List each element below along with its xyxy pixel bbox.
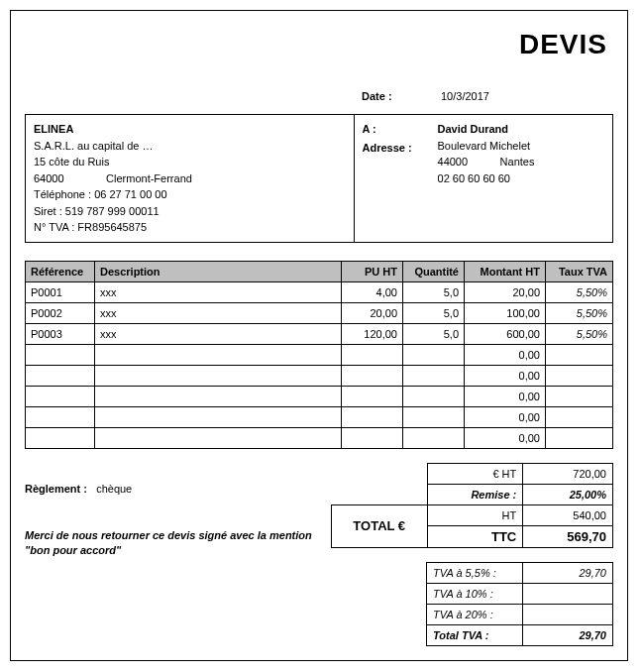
cell-desc xyxy=(95,344,342,365)
items-table: Référence Description PU HT Quantité Mon… xyxy=(25,261,613,449)
tva-detail-table: TVA à 5,5% : 29,70 TVA à 10% : TVA à 20%… xyxy=(426,562,613,646)
company-siret-row: Siret : 519 787 999 00011 xyxy=(34,203,346,220)
below-section: Règlement : chèque Merci de nous retourn… xyxy=(25,463,613,646)
cell-desc xyxy=(95,406,342,427)
client-to-label: A : xyxy=(363,121,438,138)
cell-ref: P0002 xyxy=(26,302,95,323)
cell-pu: 120,00 xyxy=(342,323,403,344)
company-zip: 64000 xyxy=(34,170,103,187)
parties-box: ELINEA S.A.R.L. au capital de … 15 côte … xyxy=(25,114,613,243)
company-block: ELINEA S.A.R.L. au capital de … 15 côte … xyxy=(26,115,355,242)
total-ht2-value: 540,00 xyxy=(523,504,613,525)
date-value: 10/3/2017 xyxy=(441,90,489,102)
tva55-label: TVA à 5,5% : xyxy=(426,562,522,583)
cell-mht: 0,00 xyxy=(465,365,546,386)
company-vat-label: N° TVA : xyxy=(34,221,74,233)
tva20-value xyxy=(522,604,612,624)
total-ttc-label: TTC xyxy=(427,525,523,547)
total-ttc-value: 569,70 xyxy=(523,525,613,547)
cell-desc xyxy=(95,427,342,448)
cell-pu xyxy=(342,427,403,448)
cell-desc: xxx xyxy=(95,302,342,323)
cell-qte: 5,0 xyxy=(403,281,465,302)
payment-value: chèque xyxy=(96,483,132,495)
table-row: 0,00 xyxy=(26,406,613,427)
tva-total-value: 29,70 xyxy=(522,624,612,645)
payment-row: Règlement : chèque xyxy=(25,483,331,495)
company-siret-label: Siret : xyxy=(34,205,62,217)
company-city: Clermont-Ferrand xyxy=(106,172,192,184)
table-row: 0,00 xyxy=(26,365,613,386)
cell-desc: xxx xyxy=(95,281,342,302)
total-ht-label: € HT xyxy=(427,463,523,484)
cell-tva xyxy=(546,365,613,386)
cell-desc: xxx xyxy=(95,323,342,344)
client-name: David Durand xyxy=(438,121,535,138)
cell-tva xyxy=(546,386,613,406)
company-phone: 06 27 71 00 00 xyxy=(94,188,166,200)
cell-ref xyxy=(26,406,95,427)
cell-mht: 600,00 xyxy=(465,323,546,344)
table-row: 0,00 xyxy=(26,386,613,406)
cell-ref xyxy=(26,344,95,365)
client-addr-label: Adresse : xyxy=(363,140,438,157)
table-row: P0003xxx120,005,0600,005,50% xyxy=(26,323,613,344)
cell-tva xyxy=(546,406,613,427)
table-row: 0,00 xyxy=(26,344,613,365)
footnote: Merci de nous retourner ce devis signé a… xyxy=(25,528,331,559)
cell-tva xyxy=(546,427,613,448)
cell-tva: 5,50% xyxy=(546,323,613,344)
date-row: Date : 10/3/2017 xyxy=(362,90,613,102)
company-phone-label: Téléphone : xyxy=(34,188,91,200)
client-city-row: 44000 Nantes xyxy=(438,154,535,170)
total-eur-label: TOTAL € xyxy=(331,504,427,547)
items-header-row: Référence Description PU HT Quantité Mon… xyxy=(26,261,613,281)
payment-label: Règlement : xyxy=(25,483,87,495)
document-title: DEVIS xyxy=(25,29,607,60)
col-qte: Quantité xyxy=(403,261,465,281)
company-phone-row: Téléphone : 06 27 71 00 00 xyxy=(34,186,346,203)
col-mht: Montant HT xyxy=(465,261,546,281)
tva10-label: TVA à 10% : xyxy=(426,583,522,604)
total-ht2-label: HT xyxy=(427,504,523,525)
cell-pu xyxy=(342,406,403,427)
col-desc: Description xyxy=(95,261,342,281)
cell-tva: 5,50% xyxy=(546,302,613,323)
cell-mht: 20,00 xyxy=(465,281,546,302)
company-city-row: 64000 Clermont-Ferrand xyxy=(34,170,346,187)
tva10-value xyxy=(522,583,612,604)
tva55-value: 29,70 xyxy=(522,562,612,583)
cell-qte xyxy=(403,427,465,448)
col-tva: Taux TVA xyxy=(546,261,613,281)
cell-pu xyxy=(342,386,403,406)
client-street: Boulevard Michelet xyxy=(438,138,535,155)
client-city: Nantes xyxy=(500,156,535,168)
remise-label: Remise : xyxy=(427,484,523,504)
cell-qte xyxy=(403,386,465,406)
company-legal: S.A.R.L. au capital de … xyxy=(34,138,346,155)
totals-table: € HT 720,00 Remise : 25,00% TOTAL € HT 5… xyxy=(331,463,613,548)
tva20-label: TVA à 20% : xyxy=(426,604,522,624)
table-row: P0001xxx4,005,020,005,50% xyxy=(26,281,613,302)
cell-mht: 0,00 xyxy=(465,406,546,427)
cell-mht: 100,00 xyxy=(465,302,546,323)
cell-pu xyxy=(342,344,403,365)
client-zip: 44000 xyxy=(438,154,497,170)
table-row: P0002xxx20,005,0100,005,50% xyxy=(26,302,613,323)
col-pu: PU HT xyxy=(342,261,403,281)
cell-mht: 0,00 xyxy=(465,386,546,406)
cell-ref xyxy=(26,386,95,406)
total-ht-value: 720,00 xyxy=(523,463,613,484)
company-vat: FR895645875 xyxy=(77,221,147,233)
company-name: ELINEA xyxy=(34,121,346,138)
cell-qte: 5,0 xyxy=(403,302,465,323)
cell-desc xyxy=(95,386,342,406)
tva-total-label: Total TVA : xyxy=(426,624,522,645)
cell-mht: 0,00 xyxy=(465,344,546,365)
cell-qte xyxy=(403,406,465,427)
company-street: 15 côte du Ruis xyxy=(34,154,346,170)
col-ref: Référence xyxy=(26,261,95,281)
cell-pu xyxy=(342,365,403,386)
cell-qte xyxy=(403,344,465,365)
company-siret: 519 787 999 00011 xyxy=(65,205,160,217)
